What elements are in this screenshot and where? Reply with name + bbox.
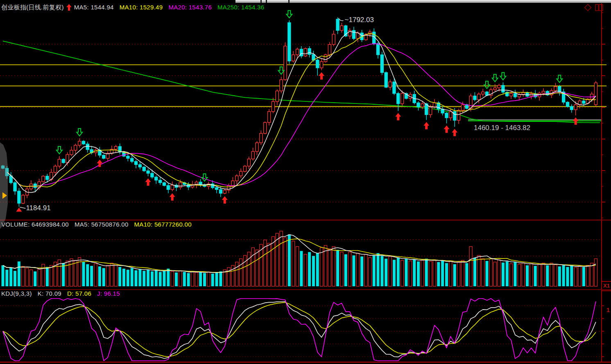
sell-arrow-icon	[557, 75, 562, 83]
sell-arrow-icon	[57, 146, 62, 154]
sell-arrow-icon	[492, 74, 498, 82]
handle-shape	[0, 142, 8, 229]
kdj-panel-header: KDJ(9,3,3) K: 70.09 D: 57.06 J: 96.15	[1, 290, 126, 297]
volume-value: VOLUME: 64693984.00	[1, 221, 69, 228]
stock-chart-app: 创业板指(日线.前复权) MA5: 1544.94 MA10: 1529.49 …	[0, 0, 611, 364]
ma20-line	[7, 44, 596, 186]
svg-text:1184.91: 1184.91	[26, 204, 50, 212]
toolbar-segment-gap	[288, 0, 290, 3]
price-panel-chart[interactable]: ~1792.031184.911460.19 - 1463.82	[0, 3, 611, 220]
buy-arrow-icon	[170, 193, 175, 200]
sell-arrow-icon	[202, 174, 208, 181]
buy-arrow-icon	[573, 117, 579, 125]
sell-arrow-icon	[500, 72, 506, 80]
kdj-j-value: J: 96.15	[97, 290, 120, 297]
sell-arrow-icon	[77, 128, 82, 136]
volume-scale-label[interactable]: X1	[603, 283, 610, 289]
kdj-d-value: D: 57.06	[67, 290, 91, 297]
kdj-k-value: K: 70.09	[38, 290, 61, 297]
volume-ma5-value: MA5: 56750876.00	[75, 221, 129, 228]
svg-text:1460.19 - 1463.82: 1460.19 - 1463.82	[474, 124, 530, 132]
k-line	[3, 301, 596, 358]
sell-arrow-icon	[278, 67, 284, 74]
buy-arrow-icon	[145, 178, 151, 186]
volume-ma10-value: MA10: 56777260.00	[134, 221, 192, 228]
kdj-panel-chart[interactable]	[0, 297, 611, 362]
top-toolbar-edge	[235, 0, 611, 3]
buy-arrow-icon	[452, 129, 457, 136]
candles	[2, 17, 597, 207]
svg-text:~1792.03: ~1792.03	[345, 16, 374, 24]
x1-box-top	[601, 281, 611, 282]
buy-arrow-icon	[395, 113, 401, 120]
low-marker-icon	[16, 207, 22, 211]
sell-arrow-icon	[286, 11, 292, 18]
toolbar-segment-gap	[266, 0, 267, 3]
volume-panel-chart[interactable]	[0, 228, 611, 288]
sell-arrow-icon	[484, 81, 490, 88]
x1-box-bottom	[601, 290, 611, 291]
buy-arrow-icon	[423, 122, 429, 129]
d-line	[3, 302, 596, 357]
buy-arrow-icon	[319, 72, 324, 80]
bottom-border	[0, 362, 611, 363]
price-axis-ticks	[601, 13, 605, 218]
buy-arrow-icon	[444, 126, 450, 133]
kdj-name: KDJ(9,3,3)	[1, 290, 32, 297]
j-line	[3, 299, 596, 361]
volume-panel-header: VOLUME: 64693984.00 MA5: 56750876.00 MA1…	[1, 221, 197, 228]
left-scroll-handle[interactable]	[0, 142, 9, 230]
trade-signal-arrows	[57, 11, 579, 204]
buy-arrow-icon	[222, 196, 228, 204]
toolbar-segment-gap	[260, 0, 262, 3]
panel-divider[interactable]	[0, 220, 611, 220]
kdj-scale-label: 1	[606, 307, 610, 313]
